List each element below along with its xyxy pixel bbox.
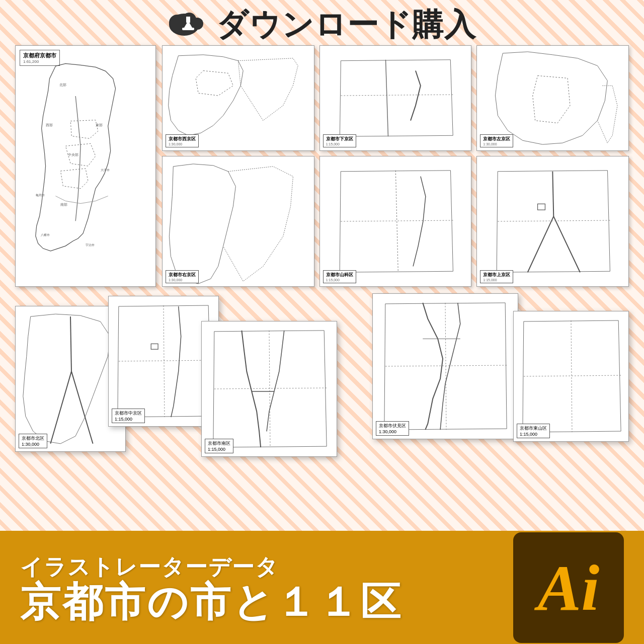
fushimi-label: 京都市伏見区 1:30,000 — [376, 421, 409, 436]
ukyoku-scale: 1:30,000 — [169, 278, 196, 282]
right-grid: 京都市西京区 1:30,000 京都市下京区 — [162, 45, 629, 287]
svg-text:八幡市: 八幡市 — [41, 233, 50, 236]
minamiku-label: 京都市南区 1:15,000 — [205, 439, 233, 453]
map-nishiku: 京都市西京区 1:30,000 — [162, 45, 314, 151]
svg-rect-6 — [182, 28, 194, 30]
page-wrapper: ダウンロード購入 京都府京都市 1:61,200 — [0, 0, 644, 644]
svg-text:西部: 西部 — [46, 123, 53, 127]
kamigyo-scale: 1:15,000 — [483, 278, 510, 282]
nishiku-label: 京都市西京区 1:30,000 — [166, 134, 199, 147]
shimogyo-scale: 1:15,000 — [326, 142, 353, 146]
nakagyo-label: 京都市中京区 1:15,000 — [112, 409, 145, 423]
svg-rect-5 — [186, 17, 190, 23]
nishiku-title: 京都市西京区 — [169, 136, 196, 142]
yamashina-scale: 1:15,000 — [326, 278, 353, 282]
nakagyo-scale: 1:15,000 — [115, 417, 142, 422]
header: ダウンロード購入 — [0, 0, 644, 45]
map-ukyoku: 京都市右京区 1:30,000 — [162, 156, 314, 287]
header-title: ダウンロード購入 — [216, 9, 476, 40]
svg-text:宇治市: 宇治市 — [86, 243, 95, 247]
higashiyama-svg — [514, 311, 628, 441]
map-fushimi: 京都市伏見区 1:30,000 — [372, 293, 518, 439]
footer-text-block: イラストレーターデータ 京都市の市と１１区 — [20, 552, 403, 622]
minamiku-title: 京都市南区 — [208, 440, 230, 447]
large-map-svg: 北部 西部 東部 中央部 南部 八幡市 宇治市 亀岡市 大津市 — [16, 46, 155, 286]
kitaku-label: 京都市北区 1:30,000 — [19, 434, 47, 448]
map-minamiku: 京都市南区 1:15,000 — [201, 321, 337, 457]
yamashina-label: 京都市山科区 1:15,000 — [323, 270, 356, 283]
row1: 京都府京都市 1:61,200 — [10, 45, 634, 287]
kitaku-scale: 1:30,000 — [22, 442, 44, 447]
ukyoku-title: 京都市右京区 — [169, 272, 196, 278]
footer-line2: 京都市の市と１１区 — [20, 582, 403, 622]
maps-area: 京都府京都市 1:61,200 — [0, 45, 644, 457]
minamiku-svg — [202, 321, 337, 456]
svg-text:亀岡市: 亀岡市 — [36, 193, 45, 197]
kitaku-title: 京都市北区 — [22, 435, 44, 442]
footer: イラストレーターデータ 京都市の市と１１区 Ai — [0, 531, 644, 644]
fushimi-title: 京都市伏見区 — [379, 423, 406, 429]
map-kamigyo: 京都市上京区 1:15,000 — [476, 156, 629, 287]
svg-rect-17 — [151, 344, 158, 349]
svg-text:中央部: 中央部 — [68, 153, 78, 156]
higashiyama-label: 京都市東山区 1:15,000 — [517, 424, 550, 438]
svg-text:南部: 南部 — [60, 203, 67, 206]
map-yamashina: 京都市山科区 1:15,000 — [319, 156, 472, 287]
ai-badge-text: Ai — [538, 555, 600, 620]
svg-rect-16 — [538, 204, 545, 210]
ukyoku-svg — [163, 156, 314, 286]
svg-text:東部: 東部 — [96, 123, 103, 127]
shimogyo-title: 京都市下京区 — [326, 136, 353, 142]
fushimi-svg — [373, 294, 518, 439]
bottom-row: 京都市北区 1:30,000 — [10, 291, 634, 457]
nishiku-scale: 1:30,000 — [169, 142, 196, 146]
large-map: 京都府京都市 1:61,200 — [15, 45, 156, 287]
nakagyo-title: 京都市中京区 — [115, 410, 142, 417]
map-sakyoku: 京都市左京区 1:30,000 — [476, 45, 629, 151]
fushimi-scale: 1:30,000 — [379, 429, 406, 434]
cloud-icon — [168, 10, 208, 40]
svg-text:北部: 北部 — [59, 83, 66, 87]
map-higashiyama: 京都市東山区 1:15,000 — [513, 311, 629, 442]
sakyoku-label: 京都市左京区 1:30,000 — [480, 134, 513, 147]
kamigyo-svg — [477, 156, 628, 286]
shimogyo-label: 京都市下京区 1:15,000 — [323, 134, 356, 147]
svg-text:大津市: 大津市 — [101, 168, 110, 172]
sakyoku-title: 京都市左京区 — [483, 136, 510, 142]
ai-badge: Ai — [513, 532, 624, 643]
kamigyo-label: 京都市上京区 1:15,000 — [480, 270, 513, 283]
map-shimogyo: 京都市下京区 1:15,000 — [319, 45, 472, 151]
minamiku-scale: 1:15,000 — [208, 447, 230, 452]
higashiyama-scale: 1:15,000 — [520, 432, 547, 437]
kamigyo-title: 京都市上京区 — [483, 272, 510, 278]
cloud-download-icon — [168, 10, 208, 40]
yamashina-title: 京都市山科区 — [326, 272, 353, 278]
sakyoku-scale: 1:30,000 — [483, 142, 510, 146]
higashiyama-title: 京都市東山区 — [520, 425, 547, 432]
footer-line1: イラストレーターデータ — [20, 552, 279, 582]
yamashina-svg — [320, 156, 471, 286]
ukyoku-label: 京都市右京区 1:30,000 — [166, 270, 199, 283]
